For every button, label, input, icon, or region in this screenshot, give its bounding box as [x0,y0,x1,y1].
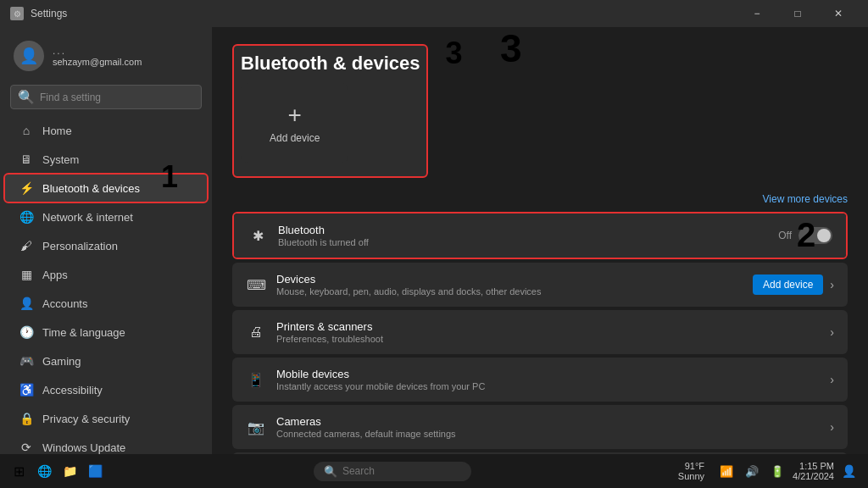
taskbar-search[interactable]: 🔍 [314,462,471,481]
volume-icon[interactable]: 🔊 [740,459,764,483]
devices-row-title: Devices [276,273,743,286]
avatar: 👤 [14,41,44,71]
gaming-icon: 🎮 [19,353,34,369]
cameras-row[interactable]: 📷 Cameras Connected cameras, default ima… [232,405,848,449]
printers-row-right: › [830,325,834,339]
cameras-row-subtitle: Connected cameras, default image setting… [276,429,820,439]
sidebar-search[interactable]: 🔍 [10,85,202,109]
windows-update-icon: ⟳ [19,440,34,454]
taskbar-file-icon[interactable]: 📁 [58,459,81,483]
cameras-icon: 📷 [246,417,266,437]
search-input[interactable] [40,92,194,103]
printers-row-subtitle: Preferences, troubleshoot [276,334,820,344]
cameras-row-text: Cameras Connected cameras, default image… [276,415,820,439]
user-avatar-taskbar[interactable]: 👤 [837,459,861,483]
sidebar-item-network[interactable]: 🌐 Network & internet [5,203,207,230]
network-icon: 🌐 [19,209,34,225]
sidebar-item-bluetooth[interactable]: ⚡ Bluetooth & devices [5,175,207,202]
mobile-row-title: Mobile devices [276,368,820,380]
add-device-card[interactable]: + Add device [241,83,348,163]
chevron-icon: › [830,373,834,386]
printers-row-text: Printers & scanners Preferences, trouble… [276,320,820,344]
personalization-icon: 🖌 [19,238,34,253]
bluetooth-icon: ⚡ [19,180,34,196]
accessibility-icon: ♿ [19,382,34,397]
date: 4/21/2024 [793,471,834,481]
taskbar-edge-icon[interactable]: 🌐 [32,459,56,483]
privacy-icon: 🔒 [19,411,34,426]
printers-row[interactable]: 🖨 Printers & scanners Preferences, troub… [232,310,848,354]
view-more-anchor[interactable]: View more devices [763,193,849,205]
sidebar: 👤 ... sehzaym@gmail.com 🔍 ⌂ Home 🖥 Syste… [0,27,212,454]
sidebar-item-label: Network & internet [42,211,133,224]
sidebar-item-label: Gaming [42,355,81,368]
bluetooth-row-wrapper: ✱ Bluetooth Bluetooth is turned off Off [232,212,848,259]
mobile-row-text: Mobile devices Instantly access your mob… [276,368,820,391]
sidebar-item-label: Home [42,125,72,137]
time-info[interactable]: 1:15 PM 4/21/2024 [793,461,834,481]
start-button[interactable]: ⊞ [7,459,31,483]
bluetooth-row-icon: ✱ [248,225,268,246]
sidebar-item-home[interactable]: ⌂ Home [5,117,207,144]
titlebar-controls: − □ ✕ [737,0,858,27]
sidebar-item-privacy[interactable]: 🔒 Privacy & security [5,405,207,432]
add-device-label: Add device [270,132,320,144]
page-title: Bluetooth & devices [241,53,420,75]
toggle-label: Off [778,230,792,241]
sidebar-item-personalization[interactable]: 🖌 Personalization [5,232,207,259]
clock: 1:15 PM [793,461,834,471]
system-icon: 🖥 [19,152,34,167]
battery-icon[interactable]: 🔋 [765,459,789,483]
taskbar: ⊞ 🌐 📁 🟦 🔍 91°F Sunny 📶 🔊 🔋 1:15 PM 4/21/… [0,454,868,488]
sidebar-item-gaming[interactable]: 🎮 Gaming [5,347,207,374]
taskbar-right: 91°F Sunny 📶 🔊 🔋 1:15 PM 4/21/2024 👤 [678,459,861,483]
chevron-icon: › [830,278,834,291]
bluetooth-row-right: Off [778,227,832,244]
devices-row-right: Add device › [753,274,834,295]
titlebar-title: Settings [31,8,67,19]
bluetooth-row[interactable]: ✱ Bluetooth Bluetooth is turned off Off [234,214,846,258]
sidebar-item-accessibility[interactable]: ♿ Accessibility [5,376,207,403]
sidebar-item-system[interactable]: 🖥 System [5,146,207,173]
chevron-icon: › [830,325,834,339]
weather-condition: Sunny [678,471,704,481]
maximize-button[interactable]: □ [778,0,817,27]
taskbar-search-icon: 🔍 [324,465,337,478]
mobile-row-right: › [830,373,834,386]
sidebar-item-label: Privacy & security [42,413,130,425]
sidebar-item-windows-update[interactable]: ⟳ Windows Update [5,434,207,454]
sidebar-item-label: Bluetooth & devices [42,182,140,195]
toggle-thumb [817,229,831,242]
user-section: 👤 ... sehzaym@gmail.com [0,34,212,81]
taskbar-ms-icon[interactable]: 🟦 [83,459,107,483]
view-more-link: View more devices [232,193,848,205]
cameras-row-title: Cameras [276,415,820,428]
devices-row-text: Devices Mouse, keyboard, pen, audio, dis… [276,273,743,297]
minimize-button[interactable]: − [737,0,776,27]
app-body: 👤 ... sehzaym@gmail.com 🔍 ⌂ Home 🖥 Syste… [0,27,868,454]
devices-row[interactable]: ⌨ Devices Mouse, keyboard, pen, audio, d… [232,263,848,307]
add-device-plus-icon: + [288,102,302,129]
add-device-button[interactable]: Add device [753,274,823,295]
printers-icon: 🖨 [246,322,266,342]
mobile-row-subtitle: Instantly access your mobile devices fro… [276,381,820,391]
mobile-devices-row[interactable]: 📱 Mobile devices Instantly access your m… [232,358,848,402]
bluetooth-toggle[interactable] [798,227,832,244]
sidebar-item-label: Time & language [42,326,125,339]
settings-icon: ⚙ [10,7,24,20]
sidebar-item-label: Personalization [42,240,118,252]
sidebar-item-accounts[interactable]: 👤 Accounts [5,290,207,317]
header-section: Bluetooth & devices + Add device [232,44,428,178]
devices-row-subtitle: Mouse, keyboard, pen, audio, displays an… [276,286,743,297]
sidebar-item-apps[interactable]: ▦ Apps [5,261,207,288]
chevron-icon: › [830,420,834,434]
taskbar-search-input[interactable] [342,465,461,477]
sidebar-item-label: Windows Update [42,441,125,454]
home-icon: ⌂ [19,123,34,138]
close-button[interactable]: ✕ [819,0,858,27]
sidebar-item-label: System [42,153,79,166]
bluetooth-row-text: Bluetooth Bluetooth is turned off [278,224,768,247]
wifi-icon[interactable]: 📶 [715,459,738,483]
user-info: ... sehzaym@gmail.com [53,45,142,67]
sidebar-item-time[interactable]: 🕐 Time & language [5,319,207,346]
